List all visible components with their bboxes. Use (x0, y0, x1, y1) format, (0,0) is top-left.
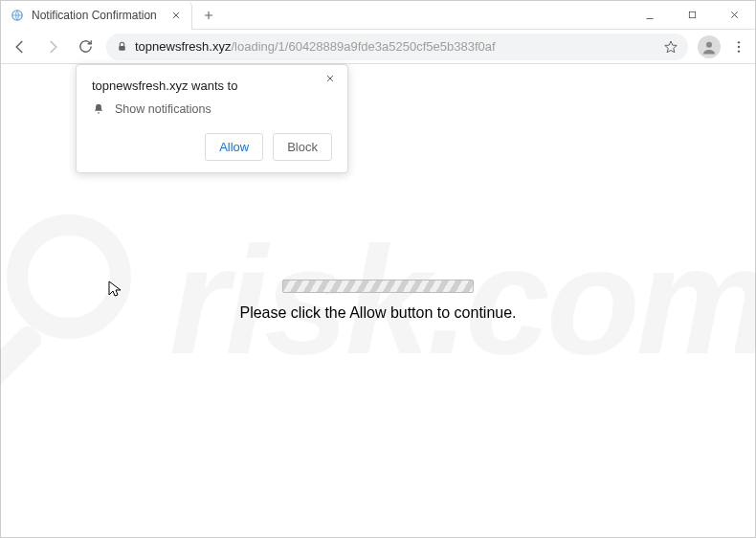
browser-tab[interactable]: Notification Confirmation (1, 1, 192, 30)
globe-icon (11, 9, 24, 22)
popup-capability-row: Show notifications (92, 102, 332, 116)
url-text: topnewsfresh.xyz/loading/1/60428889a9fde… (135, 39, 496, 54)
toolbar: topnewsfresh.xyz/loading/1/60428889a9fde… (1, 30, 755, 64)
svg-point-3 (706, 41, 712, 47)
forward-button[interactable] (41, 35, 64, 58)
maximize-button[interactable] (671, 1, 713, 30)
tab-title: Notification Confirmation (32, 9, 163, 22)
svg-point-5 (738, 45, 740, 47)
url-path: /loading/1/60428889a9fde3a5250cf5e5b383f… (231, 39, 495, 54)
url-host: topnewsfresh.xyz (135, 39, 231, 54)
address-bar[interactable]: topnewsfresh.xyz/loading/1/60428889a9fde… (106, 34, 688, 60)
titlebar: Notification Confirmation (1, 1, 755, 30)
browser-window: Notification Confirmation (0, 0, 756, 538)
instruction-text: Please click the Allow button to continu… (1, 304, 755, 322)
progress-bar (282, 280, 474, 293)
page-content: risk.com Please click the Allow button t… (1, 64, 755, 537)
menu-button[interactable] (730, 38, 747, 56)
allow-button[interactable]: Allow (205, 133, 263, 161)
popup-actions: Allow Block (92, 133, 332, 161)
permission-popup: topnewsfresh.xyz wants to Show notificat… (76, 64, 348, 173)
svg-rect-1 (689, 11, 695, 17)
back-button[interactable] (9, 35, 32, 58)
minimize-button[interactable] (629, 1, 671, 30)
svg-point-4 (738, 41, 740, 43)
page-center: Please click the Allow button to continu… (1, 280, 755, 322)
lock-icon (116, 40, 129, 54)
reload-button[interactable] (74, 35, 97, 58)
popup-close-button[interactable] (324, 73, 338, 86)
bell-icon (92, 102, 105, 116)
window-controls (629, 1, 755, 30)
svg-rect-2 (119, 45, 125, 50)
block-button[interactable]: Block (273, 133, 332, 161)
profile-avatar[interactable] (698, 35, 721, 58)
close-window-button[interactable] (713, 1, 755, 30)
popup-capability: Show notifications (115, 102, 211, 116)
svg-point-6 (738, 50, 740, 52)
close-tab-icon[interactable] (170, 10, 182, 21)
bookmark-icon[interactable] (663, 39, 678, 55)
popup-origin: topnewsfresh.xyz wants to (92, 78, 332, 93)
new-tab-button[interactable] (196, 3, 221, 28)
